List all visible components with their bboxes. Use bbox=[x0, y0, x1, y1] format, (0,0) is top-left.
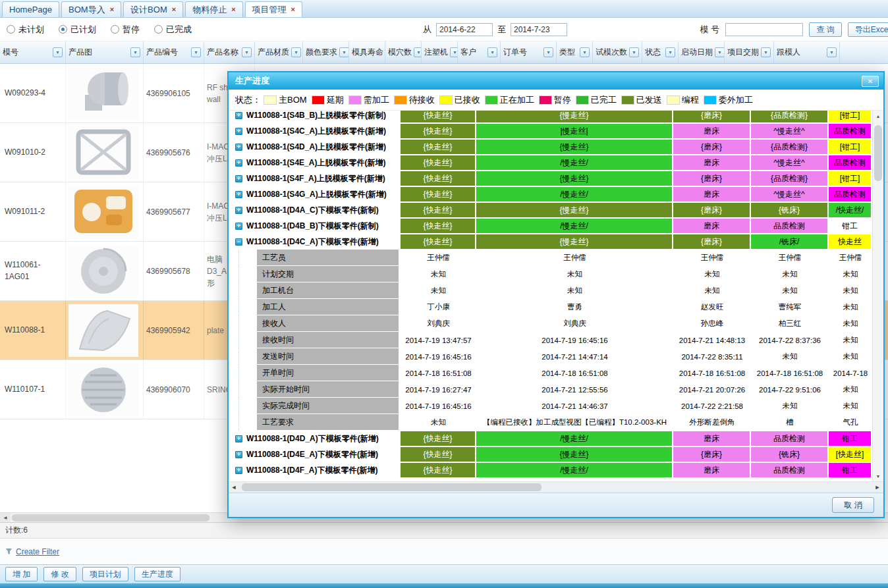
column-filter-icon[interactable]: ▼ bbox=[414, 47, 422, 57]
column-header-产品图[interactable]: 产品图 ▼ bbox=[66, 41, 144, 63]
radio-暂停[interactable]: 暂停 bbox=[111, 24, 140, 36]
scroll-down-icon[interactable]: ▼ bbox=[873, 471, 883, 481]
expander-icon[interactable]: + bbox=[235, 467, 242, 474]
cancel-button[interactable]: 取 消 bbox=[832, 497, 874, 513]
tree-row[interactable]: − W110088-1(D4C_A)下模板零件(新增) {快走丝}{慢走丝}{磨… bbox=[229, 234, 872, 250]
column-header-颜色要求[interactable]: 颜色要求 ▼ bbox=[303, 41, 349, 63]
expander-icon[interactable]: + bbox=[235, 207, 242, 214]
expander-icon[interactable]: + bbox=[235, 435, 242, 442]
modal-hscroll-thumb[interactable] bbox=[242, 483, 541, 491]
export-excel-button[interactable]: 导出Excel bbox=[848, 22, 888, 37]
scroll-left-icon[interactable]: ◄ bbox=[229, 484, 239, 491]
column-header-订单号[interactable]: 订单号 ▼ bbox=[501, 41, 557, 63]
column-filter-icon[interactable]: ▼ bbox=[53, 47, 63, 57]
tree-row[interactable]: + W110088-1(D4B_B)下模板零件(新制) {快走丝}/慢走丝/磨床… bbox=[229, 218, 872, 234]
tree-row[interactable]: + W110088-1(S4D_A)上脱模板零件(新增) {快走丝}{慢走丝}{… bbox=[229, 139, 872, 155]
create-filter-link[interactable]: Create Filter bbox=[16, 547, 59, 556]
detail-value: 2014-7-21 12:55:56 bbox=[476, 381, 673, 398]
date-to-input[interactable] bbox=[511, 23, 567, 36]
scroll-left-icon[interactable]: ◄ bbox=[0, 513, 11, 523]
column-filter-icon[interactable]: ▼ bbox=[761, 47, 771, 57]
tree-row[interactable]: + W110088-1(D4F_A)下模板零件(新增) {快走丝}/慢走丝/磨床… bbox=[229, 462, 872, 478]
detail-value: 刘典庆 bbox=[476, 315, 673, 332]
expander-icon[interactable]: + bbox=[235, 223, 242, 230]
date-from-input[interactable] bbox=[436, 23, 493, 36]
column-filter-icon[interactable]: ▼ bbox=[450, 47, 458, 57]
expander-icon[interactable]: + bbox=[235, 144, 242, 151]
column-filter-icon[interactable]: ▼ bbox=[580, 47, 590, 57]
column-header-试模次数[interactable]: 试模次数 ▼ bbox=[593, 41, 642, 63]
tab-close-icon[interactable]: × bbox=[172, 6, 176, 13]
column-filter-icon[interactable]: ▼ bbox=[191, 47, 201, 57]
process-cell: 品质检测 bbox=[829, 187, 871, 201]
column-filter-icon[interactable]: ▼ bbox=[543, 47, 553, 57]
tree-indent bbox=[229, 299, 257, 315]
hscroll-thumb[interactable] bbox=[12, 514, 209, 521]
column-header-产品材质[interactable]: 产品材质 ▼ bbox=[255, 41, 303, 63]
column-header-类型[interactable]: 类型 ▼ bbox=[557, 41, 593, 63]
tab-close-icon[interactable]: × bbox=[231, 6, 235, 13]
column-filter-icon[interactable]: ▼ bbox=[629, 47, 639, 57]
column-filter-icon[interactable]: ▼ bbox=[130, 47, 140, 57]
column-header-状态[interactable]: 状态 ▼ bbox=[642, 41, 679, 63]
tree-row[interactable]: + W110088-1(S4C_A)上脱模板零件(新增) {快走丝}|慢走丝|磨… bbox=[229, 123, 872, 139]
column-header-启动日期[interactable]: 启动日期 ▼ bbox=[679, 41, 725, 63]
tree-indent bbox=[229, 381, 257, 398]
expander-icon[interactable]: + bbox=[235, 112, 242, 119]
tab-HomePage[interactable]: HomePage bbox=[2, 1, 59, 17]
expander-icon[interactable]: + bbox=[235, 191, 242, 198]
tree-row[interactable]: + W110088-1(S4G_A)上脱模板零件(新增) {快走丝}/慢走丝/磨… bbox=[229, 186, 872, 202]
radio-未计划[interactable]: 未计划 bbox=[7, 24, 44, 36]
tree-row[interactable]: + W110088-1(D4D_A)下模板零件(新增) {快走丝}/慢走丝/磨床… bbox=[229, 431, 872, 446]
column-header-项目交期[interactable]: 项目交期 ▼ bbox=[725, 41, 774, 63]
scroll-up-icon[interactable]: ▲ bbox=[873, 111, 883, 121]
column-filter-icon[interactable]: ▼ bbox=[339, 47, 349, 57]
column-filter-icon[interactable]: ▼ bbox=[715, 47, 725, 57]
search-button[interactable]: 查 询 bbox=[809, 22, 841, 37]
project-plan-button[interactable]: 项目计划 bbox=[82, 567, 128, 581]
mold-no-input[interactable] bbox=[725, 23, 803, 36]
column-header-注塑机[interactable]: 注塑机 ▼ bbox=[422, 41, 458, 63]
tab-BOM导入[interactable]: BOM导入 × bbox=[61, 1, 121, 17]
column-filter-icon[interactable]: ▼ bbox=[291, 47, 301, 57]
column-header-产品编号[interactable]: 产品编号 ▼ bbox=[144, 41, 204, 63]
column-header-模穴数[interactable]: 模穴数 ▼ bbox=[385, 41, 422, 63]
cylinder-part-image bbox=[69, 67, 138, 120]
tree-row[interactable]: + W110088-1(S4F_A)上脱模板零件(新增) {快走丝}{慢走丝}{… bbox=[229, 171, 872, 186]
add-button[interactable]: 增 加 bbox=[5, 567, 38, 581]
column-filter-icon[interactable]: ▼ bbox=[827, 47, 837, 57]
tab-close-icon[interactable]: × bbox=[291, 6, 295, 13]
expander-icon[interactable]: + bbox=[235, 175, 242, 182]
production-progress-button[interactable]: 生产进度 bbox=[134, 567, 180, 581]
column-filter-icon[interactable]: ▼ bbox=[242, 47, 252, 57]
column-header-跟模人[interactable]: 跟模人 ▼ bbox=[774, 41, 840, 63]
tab-close-icon[interactable]: × bbox=[110, 6, 114, 13]
column-header-客户[interactable]: 客户 ▼ bbox=[458, 41, 501, 63]
vscroll-thumb[interactable] bbox=[874, 125, 882, 181]
radio-已完成[interactable]: 已完成 bbox=[154, 24, 192, 36]
process-cell: {快走丝} bbox=[401, 203, 475, 217]
tree-row[interactable]: + W110088-1(S4E_A)上脱模板零件(新增) {快走丝}/慢走丝/磨… bbox=[229, 155, 872, 171]
process-cell: 品质检测 bbox=[751, 463, 827, 477]
column-header-模具寿命[interactable]: 模具寿命 ▼ bbox=[349, 41, 385, 63]
status-label: 需加工 bbox=[364, 94, 389, 106]
close-icon[interactable]: ✕ bbox=[862, 76, 879, 87]
expander-icon[interactable]: + bbox=[235, 451, 242, 458]
tab-项目管理[interactable]: 项目管理 × bbox=[245, 1, 302, 17]
column-filter-icon[interactable]: ▼ bbox=[487, 47, 497, 57]
column-header-模号[interactable]: 模号 ▼ bbox=[0, 41, 66, 63]
modify-button[interactable]: 修 改 bbox=[43, 567, 76, 581]
scroll-right-icon[interactable]: ► bbox=[872, 484, 883, 491]
tree-row[interactable]: + W110088-1(S4B_B)上脱模板零件(新制) {快走丝}{慢走丝}{… bbox=[229, 111, 872, 123]
radio-已计划[interactable]: 已计划 bbox=[59, 24, 96, 36]
expander-icon[interactable]: + bbox=[235, 159, 242, 167]
tab-设计BOM[interactable]: 设计BOM × bbox=[123, 1, 183, 17]
column-filter-icon[interactable]: ▼ bbox=[665, 47, 675, 57]
tree-row[interactable]: + W110088-1(D4E_A)下模板零件(新增) {快走丝}{慢走丝}{磨… bbox=[229, 446, 872, 462]
column-header-产品名称[interactable]: 产品名称 ▼ bbox=[204, 41, 255, 63]
process-cell: 磨床 bbox=[673, 431, 750, 446]
expander-icon[interactable]: + bbox=[235, 128, 242, 135]
expander-icon[interactable]: − bbox=[235, 238, 242, 246]
tab-物料停止[interactable]: 物料停止 × bbox=[185, 1, 242, 17]
tree-row[interactable]: + W110088-1(D4A_C)下模板零件(新制) {快走丝}{慢走丝}{磨… bbox=[229, 202, 872, 218]
